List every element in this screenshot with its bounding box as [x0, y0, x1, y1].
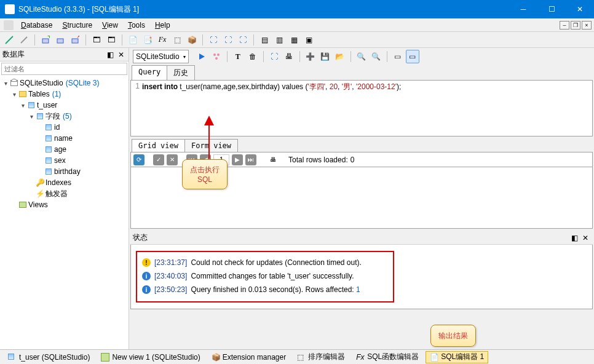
clear-icon[interactable]: 🗑 — [246, 50, 259, 63]
layout-icon-2[interactable]: ▥ — [272, 33, 286, 47]
tab-query[interactable]: Query — [132, 65, 167, 80]
status-header: 状态 ◧ ✕ — [130, 231, 593, 245]
menu-help[interactable]: Help — [150, 20, 175, 31]
db-selector[interactable]: SQLiteStudio▾ — [133, 50, 189, 63]
commit-icon[interactable]: ✓ — [153, 154, 164, 165]
sb-fn-editor[interactable]: FxSQL函数编辑器 — [352, 351, 423, 363]
connect-icon[interactable] — [2, 33, 16, 47]
status-float-icon[interactable]: ◧ — [569, 233, 579, 243]
expand-icon[interactable]: ⛶ — [207, 33, 220, 47]
menu-view[interactable]: View — [97, 20, 123, 31]
collapse-icon[interactable]: ⛶ — [221, 33, 235, 47]
panel-close-icon[interactable]: ✕ — [116, 50, 126, 60]
tree-col-id[interactable]: id — [1, 122, 127, 133]
layout-icon-1[interactable]: ▤ — [258, 33, 271, 47]
tree-col-name[interactable]: name — [1, 133, 127, 144]
sb-sql-editor[interactable]: 📄SQL编辑器 1 — [426, 351, 488, 363]
menu-structure[interactable]: Structure — [57, 20, 97, 31]
status-bar: t_user (SQLiteStudio) New view 1 (SQLite… — [0, 349, 594, 364]
sql-line-1: 1 insert into t_user(name,age,sex,birthd… — [132, 82, 591, 92]
grid-print-icon[interactable]: 🖶 — [267, 154, 279, 165]
tree-tables-row[interactable]: ▾Tables(1) — [1, 89, 127, 100]
tree-db-row[interactable]: ▾SQLiteStudio (SQLite 3) — [1, 77, 127, 89]
mdi-minimize[interactable]: – — [560, 21, 569, 30]
filter-input[interactable]: 过滤名 — [1, 63, 127, 75]
execute-icon[interactable] — [195, 50, 208, 63]
rollback-icon[interactable]: ✕ — [167, 154, 178, 165]
tab-grid-view[interactable]: Grid view — [132, 139, 185, 152]
menu-app-icon — [4, 20, 14, 30]
tables-label: Tables — [28, 90, 50, 98]
panel-float-icon[interactable]: ◧ — [105, 50, 115, 60]
tree-col-sex[interactable]: sex — [1, 155, 127, 166]
tree-views-row[interactable]: Views — [1, 199, 127, 210]
db-panel-title: 数据库 — [2, 49, 104, 60]
print-icon[interactable]: 🖶 — [282, 50, 296, 63]
disconnect-icon[interactable] — [17, 33, 31, 47]
db-tree[interactable]: ▾SQLiteStudio (SQLite 3) ▾Tables(1) ▾t_u… — [0, 76, 129, 349]
tree-col-birthday[interactable]: birthday — [1, 166, 127, 177]
status-message-box: ! [23:31:37] Could not check for updates… — [136, 251, 394, 303]
mdi-close[interactable]: × — [582, 21, 592, 30]
status-close-icon[interactable]: ✕ — [580, 233, 590, 243]
last-page-icon[interactable]: ⏭ — [245, 154, 256, 165]
export-icon[interactable]: ⛶ — [267, 50, 281, 63]
tree-fields-row[interactable]: ▾字段(5) — [1, 111, 127, 122]
menu-database[interactable]: Database — [16, 20, 57, 31]
maximize-button[interactable]: ☐ — [537, 0, 566, 18]
main-toolbar: + × 🗔 🗔 📄 📑 Fx ⬚ 📦 ⛶ ⛶ ⛶ ▤ ▥ ▦ ▣ — [0, 32, 594, 48]
format-icon[interactable]: T — [231, 50, 245, 63]
menu-tools[interactable]: Tools — [123, 20, 150, 31]
open-icon[interactable]: 📂 — [333, 50, 347, 63]
remove-db-icon[interactable]: × — [68, 33, 82, 47]
info-icon: i — [142, 285, 151, 294]
tree-table-row[interactable]: ▾t_user — [1, 100, 127, 111]
sb-new-view[interactable]: New view 1 (SQLiteStudio) — [97, 351, 204, 363]
search-icon[interactable]: 🔍 — [355, 50, 368, 63]
grid-tabs: Grid view Form view — [129, 139, 594, 152]
view-toggle-2[interactable]: ▭ — [406, 50, 419, 63]
refresh-icon[interactable]: ⟳ — [133, 154, 145, 165]
workspace: 数据库 ◧ ✕ 过滤名 ▾SQLiteStudio (SQLite 3) ▾Ta… — [0, 48, 594, 349]
tab-history[interactable]: 历史 — [167, 65, 195, 80]
app-icon — [5, 4, 15, 14]
sql-editor[interactable]: 1 insert into t_user(name,age,sex,birthd… — [130, 80, 593, 136]
tab-form-view[interactable]: Form view — [184, 139, 238, 152]
sb-sort-editor[interactable]: ⬚排序编辑器 — [293, 351, 349, 363]
save-icon[interactable]: 💾 — [319, 50, 332, 63]
next-page-icon[interactable]: ▶ — [232, 154, 243, 165]
edit-db-icon[interactable] — [53, 33, 67, 47]
sb-ext-manager[interactable]: 📦Extension manager — [207, 351, 290, 363]
minimize-button[interactable]: ─ — [509, 0, 537, 18]
table-name: t_user — [37, 101, 57, 109]
new-icon[interactable]: ➕ — [304, 50, 317, 63]
tool-icon-4[interactable]: 📑 — [141, 33, 154, 47]
fx-icon[interactable]: Fx — [156, 33, 169, 47]
callout-execute: 点击执行 SQL — [182, 159, 228, 189]
explain-icon[interactable] — [210, 50, 223, 63]
add-db-icon[interactable]: + — [39, 33, 52, 47]
tree-triggers-row[interactable]: ⚡触发器 — [1, 188, 127, 199]
close-button[interactable]: ✕ — [566, 0, 594, 18]
status-msg-1: ! [23:31:37] Could not check for updates… — [142, 256, 388, 269]
tool-icon-1[interactable]: 🗔 — [90, 33, 103, 47]
fields-label: 字段 — [46, 111, 60, 122]
tool-icon-5[interactable]: ⬚ — [170, 33, 184, 47]
tool-icon-3[interactable]: 📄 — [126, 33, 140, 47]
tool-icon-7[interactable]: ⛶ — [236, 33, 250, 47]
tree-indexes-row[interactable]: 🔑Indexes — [1, 177, 127, 188]
layout-icon-3[interactable]: ▦ — [287, 33, 301, 47]
tool-icon-2[interactable]: 🗔 — [105, 33, 118, 47]
tool-icon-6[interactable]: 📦 — [185, 33, 199, 47]
search-next-icon[interactable]: 🔍 — [370, 50, 383, 63]
svg-rect-2 — [57, 39, 63, 43]
db-name: SQLiteStudio — [20, 79, 63, 87]
total-rows-label: Total rows loaded: — [288, 156, 348, 164]
sb-t-user[interactable]: t_user (SQLiteStudio) — [4, 351, 94, 363]
mdi-restore[interactable]: ❐ — [571, 21, 580, 30]
tables-count: (1) — [52, 90, 61, 98]
status-body: ! [23:31:37] Could not check for updates… — [130, 245, 593, 309]
layout-icon-4[interactable]: ▣ — [302, 33, 315, 47]
tree-col-age[interactable]: age — [1, 144, 127, 155]
view-toggle-1[interactable]: ▭ — [391, 50, 405, 63]
